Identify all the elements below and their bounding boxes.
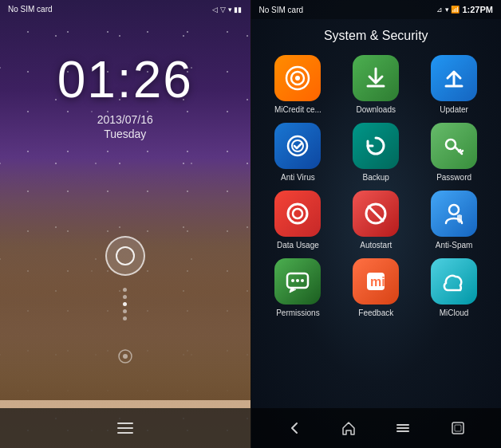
app-label-autostart: Autostart bbox=[360, 241, 392, 250]
app-label-downloads: Downloads bbox=[357, 105, 396, 115]
app-backup[interactable]: Backup bbox=[341, 123, 411, 183]
app-icon-micloud bbox=[431, 258, 477, 305]
carrier-right: No SIM card bbox=[259, 6, 304, 14]
ban-icon bbox=[361, 199, 390, 228]
chat-bubble-icon bbox=[283, 267, 312, 296]
svg-point-11 bbox=[449, 205, 459, 214]
lock-circle[interactable] bbox=[105, 236, 145, 276]
app-antispam[interactable]: Anti-Spam bbox=[419, 191, 489, 250]
svg-rect-22 bbox=[455, 425, 461, 431]
carrier-left: No SIM card bbox=[8, 5, 53, 14]
nav-bar-left bbox=[0, 408, 250, 448]
app-icon-autostart bbox=[353, 191, 399, 237]
app-icon-feedback: mi bbox=[353, 258, 399, 305]
app-icon-password bbox=[431, 123, 477, 169]
app-label-antivirus: Anti Virus bbox=[281, 173, 315, 183]
app-permissions[interactable]: Permissions bbox=[263, 258, 333, 318]
app-label-updater: Updater bbox=[440, 105, 468, 115]
app-label-datausage: Data Usage bbox=[277, 241, 319, 250]
app-label-antispam: Anti-Spam bbox=[436, 241, 473, 250]
svg-rect-21 bbox=[452, 422, 464, 434]
app-downloads[interactable]: Downloads bbox=[341, 55, 411, 115]
refresh-icon bbox=[361, 132, 390, 160]
apps-grid: MiCredit ce... Downloads Updater bbox=[251, 55, 502, 318]
settings-icon bbox=[117, 348, 133, 364]
page-title: System & Security bbox=[251, 19, 502, 55]
app-label-password: Password bbox=[436, 173, 471, 183]
svg-rect-19 bbox=[396, 427, 409, 429]
key-icon bbox=[440, 132, 468, 160]
lock-circle-container[interactable] bbox=[105, 236, 145, 320]
recents-icon bbox=[450, 420, 466, 436]
nav-menu-button[interactable] bbox=[387, 412, 419, 444]
app-autostart[interactable]: Autostart bbox=[341, 191, 411, 250]
app-icon-updater bbox=[431, 55, 477, 101]
cloud-icon bbox=[440, 267, 468, 296]
status-icons-left: ◁ ▽ ▾ ▮▮ bbox=[212, 6, 242, 14]
back-icon bbox=[286, 420, 302, 436]
target-icon bbox=[283, 64, 312, 92]
svg-point-7 bbox=[446, 140, 456, 149]
app-label-micloud: MiCloud bbox=[440, 308, 469, 318]
upload-icon bbox=[440, 64, 468, 92]
app-micloud[interactable]: MiCloud bbox=[419, 258, 489, 318]
app-micredit[interactable]: MiCredit ce... bbox=[263, 55, 333, 115]
app-icon-downloads bbox=[353, 55, 399, 101]
svg-point-15 bbox=[301, 279, 304, 282]
app-datausage[interactable]: Data Usage bbox=[263, 191, 333, 250]
app-updater[interactable]: Updater bbox=[419, 55, 489, 115]
nav-bar-right bbox=[251, 408, 502, 448]
svg-rect-20 bbox=[396, 430, 409, 432]
lock-bottom-icon bbox=[117, 348, 133, 368]
lock-dot-4 bbox=[123, 309, 127, 313]
person-shield-icon bbox=[440, 199, 468, 228]
lock-dot-3 bbox=[123, 302, 127, 306]
svg-point-13 bbox=[291, 279, 294, 282]
lock-dots bbox=[123, 288, 127, 320]
svg-point-1 bbox=[123, 354, 128, 359]
svg-point-5 bbox=[288, 136, 307, 155]
app-icon-permissions bbox=[274, 258, 321, 305]
lock-dot-2 bbox=[123, 295, 127, 299]
app-icon-antispam bbox=[431, 191, 477, 237]
shield-icon bbox=[283, 132, 312, 160]
menu-icon bbox=[395, 420, 411, 436]
app-password[interactable]: Password bbox=[419, 123, 489, 183]
nav-recents-button[interactable] bbox=[442, 412, 474, 444]
status-bar-left: No SIM card ◁ ▽ ▾ ▮▮ bbox=[0, 0, 250, 18]
circle-o-icon bbox=[283, 199, 312, 228]
svg-text:mi: mi bbox=[370, 275, 385, 289]
lock-screen-content: 01:26 2013/07/16 Tuesday bbox=[0, 18, 250, 140]
svg-point-9 bbox=[293, 209, 302, 218]
lock-inner-icon bbox=[116, 246, 135, 265]
status-icons-right: ⊿ ▾ 📶 1:27PM bbox=[436, 5, 493, 14]
lock-date: 2013/07/16 bbox=[0, 113, 250, 126]
lock-day: Tuesday bbox=[0, 128, 250, 140]
app-label-micredit: MiCredit ce... bbox=[274, 105, 322, 115]
mi-logo-icon: mi bbox=[361, 267, 390, 296]
app-label-permissions: Permissions bbox=[276, 308, 319, 318]
status-bar-right: No SIM card ⊿ ▾ 📶 1:27PM bbox=[251, 0, 502, 19]
lock-time: 01:26 bbox=[0, 50, 250, 109]
nav-back-button[interactable] bbox=[278, 412, 310, 444]
left-phone: No SIM card ◁ ▽ ▾ ▮▮ 01:26 2013/07/16 Tu… bbox=[0, 0, 250, 448]
app-icon-antivirus bbox=[274, 123, 321, 169]
svg-point-8 bbox=[288, 204, 307, 223]
status-time: 1:27PM bbox=[462, 5, 493, 14]
download-icon bbox=[361, 64, 390, 92]
svg-rect-18 bbox=[396, 424, 409, 426]
home-icon bbox=[341, 420, 357, 436]
lock-dot-1 bbox=[123, 288, 127, 292]
app-icon-micredit bbox=[274, 55, 321, 101]
lock-dot-5 bbox=[123, 316, 127, 320]
app-label-backup: Backup bbox=[363, 173, 389, 183]
menu-icon-left[interactable] bbox=[117, 422, 133, 434]
app-antivirus[interactable]: Anti Virus bbox=[263, 123, 333, 183]
nav-home-button[interactable] bbox=[333, 412, 365, 444]
app-icon-backup bbox=[353, 123, 399, 169]
right-phone: No SIM card ⊿ ▾ 📶 1:27PM System & Securi… bbox=[251, 0, 502, 448]
app-label-feedback: Feedback bbox=[358, 308, 393, 318]
app-feedback[interactable]: mi Feedback bbox=[341, 258, 411, 318]
app-icon-datausage bbox=[274, 191, 321, 237]
svg-point-14 bbox=[296, 279, 299, 282]
